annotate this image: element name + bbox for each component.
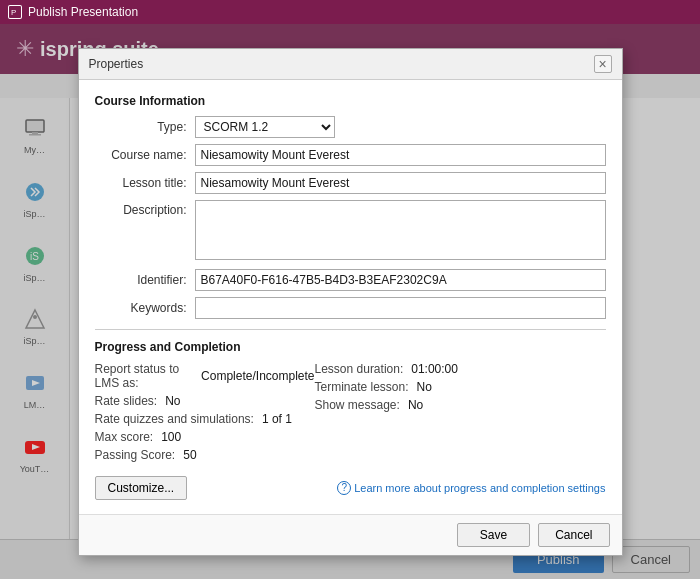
description-wrap <box>195 200 606 263</box>
dialog-title-label: Properties <box>89 57 144 71</box>
learn-more-link[interactable]: ? Learn more about progress and completi… <box>337 481 605 495</box>
terminate-lesson-value: No <box>417 380 432 394</box>
dialog-close-button[interactable]: × <box>594 55 612 73</box>
identifier-label: Identifier: <box>95 273 195 287</box>
max-score-label: Max score: <box>95 430 154 444</box>
description-row: Description: <box>95 200 606 263</box>
bottom-actions: Customize... ? Learn more about progress… <box>95 476 606 500</box>
modal-overlay: Properties × Course Information Type: SC… <box>0 24 700 579</box>
cancel-button[interactable]: Cancel <box>538 523 609 547</box>
type-row: Type: SCORM 1.2 <box>95 116 606 138</box>
type-select[interactable]: SCORM 1.2 <box>195 116 335 138</box>
lesson-title-row: Lesson title: <box>95 172 606 194</box>
course-info-section-title: Course Information <box>95 94 606 108</box>
app-icon: P <box>8 5 22 19</box>
rate-quizzes-label: Rate quizzes and simulations: <box>95 412 254 426</box>
course-name-label: Course name: <box>95 148 195 162</box>
learn-more-text: Learn more about progress and completion… <box>354 482 605 494</box>
keywords-input[interactable] <box>195 297 606 319</box>
description-label: Description: <box>95 200 195 217</box>
rate-slides-row: Rate slides: No <box>95 394 315 408</box>
lesson-title-input[interactable] <box>195 172 606 194</box>
lesson-title-label: Lesson title: <box>95 176 195 190</box>
description-textarea[interactable] <box>195 200 606 260</box>
report-label: Report status to LMS as: <box>95 362 194 390</box>
terminate-lesson-label: Terminate lesson: <box>315 380 409 394</box>
title-bar: P Publish Presentation <box>0 0 700 24</box>
dialog-title-bar: Properties × <box>79 49 622 80</box>
passing-score-row: Passing Score: 50 <box>95 448 315 462</box>
type-label: Type: <box>95 120 195 134</box>
properties-dialog: Properties × Course Information Type: SC… <box>78 48 623 556</box>
rate-quizzes-row: Rate quizzes and simulations: 1 of 1 <box>95 412 315 426</box>
passing-score-value: 50 <box>183 448 196 462</box>
section-separator <box>95 329 606 330</box>
terminate-lesson-row: Terminate lesson: No <box>315 380 606 394</box>
svg-text:P: P <box>11 8 16 17</box>
title-bar-label: Publish Presentation <box>28 5 138 19</box>
passing-score-label: Passing Score: <box>95 448 176 462</box>
show-message-value: No <box>408 398 423 412</box>
lesson-duration-row: Lesson duration: 01:00:00 <box>315 362 606 376</box>
keywords-row: Keywords: <box>95 297 606 319</box>
course-name-row: Course name: <box>95 144 606 166</box>
max-score-value: 100 <box>161 430 181 444</box>
dialog-body: Course Information Type: SCORM 1.2 Cours… <box>79 80 622 514</box>
identifier-input[interactable] <box>195 269 606 291</box>
progress-grid: Report status to LMS as: Complete/Incomp… <box>95 362 606 466</box>
show-message-label: Show message: <box>315 398 400 412</box>
max-score-row: Max score: 100 <box>95 430 315 444</box>
show-message-row: Show message: No <box>315 398 606 412</box>
rate-slides-label: Rate slides: <box>95 394 158 408</box>
keywords-label: Keywords: <box>95 301 195 315</box>
progress-left-col: Report status to LMS as: Complete/Incomp… <box>95 362 315 466</box>
course-name-input[interactable] <box>195 144 606 166</box>
progress-right-col: Lesson duration: 01:00:00 Terminate less… <box>315 362 606 466</box>
report-value: Complete/Incomplete <box>201 369 314 383</box>
identifier-row: Identifier: <box>95 269 606 291</box>
dialog-footer: Save Cancel <box>79 514 622 555</box>
customize-button[interactable]: Customize... <box>95 476 188 500</box>
report-row: Report status to LMS as: Complete/Incomp… <box>95 362 315 390</box>
rate-quizzes-value: 1 of 1 <box>262 412 292 426</box>
rate-slides-value: No <box>165 394 180 408</box>
lesson-duration-label: Lesson duration: <box>315 362 404 376</box>
app-background: ✳ ispring suite My… iS <box>0 24 700 579</box>
lesson-duration-value: 01:00:00 <box>411 362 458 376</box>
progress-section-title: Progress and Completion <box>95 340 606 354</box>
save-button[interactable]: Save <box>457 523 530 547</box>
info-icon: ? <box>337 481 351 495</box>
